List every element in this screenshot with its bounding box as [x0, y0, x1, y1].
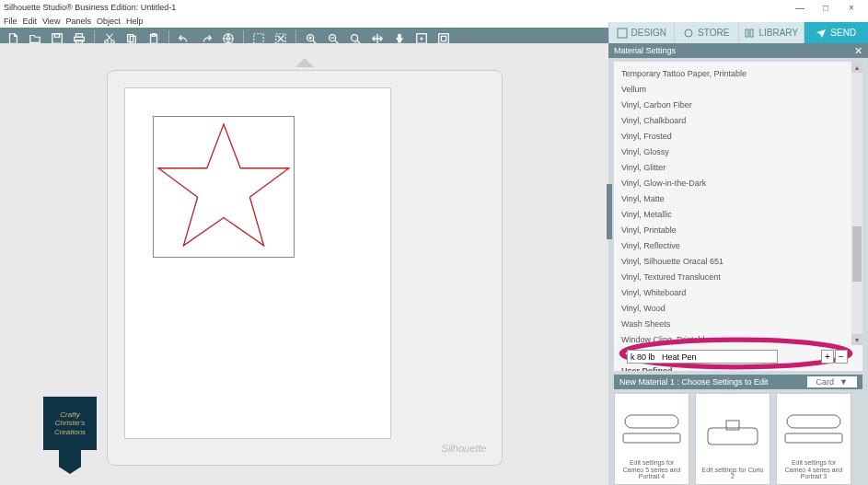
- min-button[interactable]: —: [787, 1, 813, 14]
- menu-help[interactable]: Help: [126, 17, 144, 26]
- scrollbar[interactable]: ▴ ▾: [851, 62, 862, 345]
- tab-design[interactable]: DESIGN: [608, 22, 674, 43]
- material-item[interactable]: Vinyl, Textured Translucent: [619, 269, 857, 284]
- machine-caption: Edit settings for Cameo 5 series and Por…: [619, 459, 685, 480]
- svg-point-16: [352, 35, 358, 41]
- add-material-button[interactable]: +: [821, 350, 834, 364]
- svg-rect-19: [441, 36, 446, 40]
- panel-close-icon[interactable]: ✕: [854, 45, 862, 57]
- machine-icon: [700, 398, 766, 467]
- material-item[interactable]: Vinyl, Wood: [619, 300, 857, 316]
- material-item[interactable]: Vinyl, Glossy: [619, 144, 857, 159]
- cutting-mat: Silhouette: [107, 70, 503, 466]
- machine-card[interactable]: Edit settings for Curio 2: [695, 393, 770, 485]
- watermark-logo: Crafty Christie's Creations: [43, 397, 97, 476]
- menu-edit[interactable]: Edit: [23, 17, 38, 26]
- svg-rect-22: [746, 29, 748, 37]
- material-item[interactable]: Vellum: [619, 81, 857, 97]
- svg-rect-12: [254, 34, 264, 44]
- chevron-down-icon: ▼: [839, 377, 848, 387]
- panel-title: Material Settings: [614, 46, 676, 55]
- tab-send[interactable]: SEND: [804, 22, 869, 43]
- silhouette-watermark: Silhouette: [442, 443, 487, 454]
- max-button[interactable]: □: [813, 1, 839, 14]
- material-item[interactable]: Vinyl, Printable: [619, 222, 857, 237]
- tab-store[interactable]: STORE: [674, 22, 739, 43]
- svg-rect-18: [439, 34, 449, 44]
- material-name-input[interactable]: [627, 350, 778, 364]
- svg-marker-24: [158, 124, 289, 246]
- material-item[interactable]: Vinyl, Frosted: [619, 128, 857, 144]
- page[interactable]: [124, 87, 391, 439]
- material-item[interactable]: Vinyl, Glow-in-the-Dark: [619, 175, 857, 191]
- machine-icon: [781, 398, 847, 459]
- machine-caption: Edit settings for Cameo 4 series and Por…: [781, 459, 847, 480]
- star-shape[interactable]: [153, 116, 295, 258]
- svg-rect-27: [623, 433, 680, 443]
- app-title: Silhouette Studio® Business Edition: Unt…: [4, 3, 176, 12]
- material-item[interactable]: Temporary Tattoo Paper, Printable: [619, 65, 857, 81]
- material-item[interactable]: Vinyl, Whiteboard: [619, 284, 857, 300]
- remove-material-button[interactable]: −: [835, 350, 848, 364]
- svg-rect-1: [54, 34, 59, 38]
- machine-card[interactable]: Edit settings for Cameo 4 series and Por…: [776, 393, 851, 485]
- svg-rect-20: [618, 29, 627, 38]
- material-item[interactable]: Vinyl, Matte: [619, 191, 857, 206]
- menu-panels[interactable]: Panels: [65, 17, 91, 26]
- material-item[interactable]: Vinyl, Chalkboard: [619, 112, 857, 128]
- material-item[interactable]: Wash Sheets: [619, 316, 857, 331]
- material-item[interactable]: Vinyl, Metallic: [619, 206, 857, 222]
- tab-library[interactable]: LIBRARY: [738, 22, 804, 43]
- machine-card[interactable]: Edit settings for Cameo 5 series and Por…: [614, 393, 689, 485]
- svg-rect-0: [52, 34, 63, 44]
- material-item[interactable]: Vinyl, Glitter: [619, 159, 857, 175]
- scroll-up-icon[interactable]: ▴: [851, 62, 862, 73]
- menu-file[interactable]: File: [4, 17, 17, 26]
- machine-caption: Edit settings for Curio 2: [700, 467, 766, 480]
- svg-rect-23: [750, 29, 753, 37]
- svg-rect-28: [708, 428, 758, 445]
- svg-rect-31: [785, 433, 842, 443]
- material-list[interactable]: Temporary Tattoo Paper, Printable Vellum…: [614, 62, 862, 371]
- close-button[interactable]: ×: [839, 1, 864, 14]
- panel-collapse-handle[interactable]: [607, 184, 612, 239]
- material-item[interactable]: Vinyl, Reflective: [619, 237, 857, 253]
- material-item[interactable]: Vinyl, Silhouette Oracal 651: [619, 253, 857, 269]
- machine-icon: [619, 398, 685, 459]
- material-item[interactable]: Vinyl, Carbon Fiber: [619, 97, 857, 112]
- menu-object[interactable]: Object: [97, 17, 121, 26]
- feed-arrow-icon: [295, 58, 314, 67]
- new-material-label: New Material 1 : Choose Settings to Edit: [619, 377, 769, 387]
- svg-point-21: [685, 29, 692, 37]
- svg-rect-30: [787, 415, 840, 428]
- svg-rect-26: [625, 415, 678, 428]
- scroll-thumb[interactable]: [852, 226, 862, 282]
- material-type-select[interactable]: Card▼: [807, 376, 857, 387]
- menu-view[interactable]: View: [42, 17, 60, 26]
